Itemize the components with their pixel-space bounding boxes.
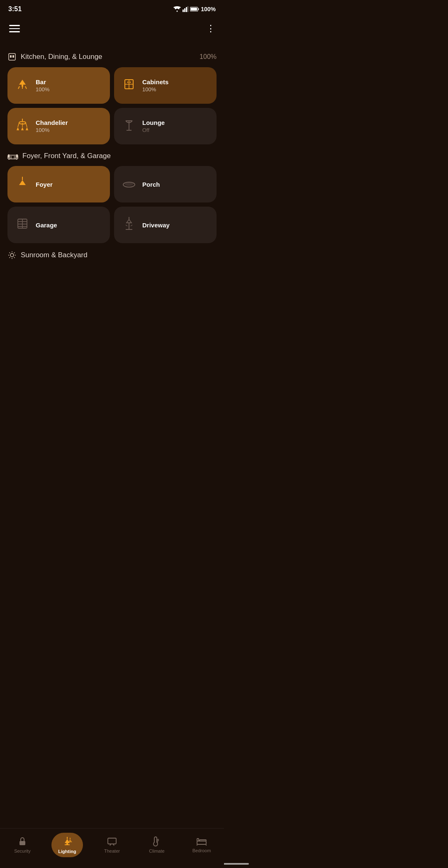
svg-marker-10 bbox=[19, 80, 26, 85]
kitchen-cards-grid: Bar 100% Cabinets 100% bbox=[7, 67, 217, 144]
svg-rect-8 bbox=[10, 55, 12, 58]
svg-line-24 bbox=[26, 123, 27, 127]
cabinets-card-status: 100% bbox=[142, 86, 168, 93]
svg-rect-3 bbox=[187, 6, 188, 12]
driveway-light-icon bbox=[123, 217, 135, 230]
signal-icon bbox=[183, 6, 188, 12]
section-kitchen: Kitchen, Dining, & Lounge 100% Bar bbox=[7, 52, 217, 144]
top-bar: ⋮ bbox=[0, 17, 224, 41]
garage-card-name: Garage bbox=[36, 222, 57, 229]
card-foyer[interactable]: Foyer bbox=[7, 166, 110, 202]
bar-card-info: Bar 100% bbox=[36, 78, 49, 93]
svg-rect-0 bbox=[183, 10, 184, 12]
card-chandelier[interactable]: Chandelier 100% bbox=[7, 108, 110, 144]
section-foyer-title: Foyer, Front Yard, & Garage bbox=[22, 152, 111, 160]
porch-light-icon bbox=[122, 180, 136, 188]
card-cabinets[interactable]: Cabinets 100% bbox=[114, 67, 217, 104]
status-time: 3:51 bbox=[8, 5, 22, 13]
card-bar[interactable]: Bar 100% bbox=[7, 67, 110, 104]
section-foyer-header: Foyer, Front Yard, & Garage bbox=[7, 152, 217, 160]
section-sunroom-title: Sunroom & Backyard bbox=[21, 251, 88, 259]
svg-line-22 bbox=[18, 123, 19, 127]
section-kitchen-header: Kitchen, Dining, & Lounge 100% bbox=[7, 52, 217, 61]
svg-rect-5 bbox=[191, 8, 197, 11]
svg-rect-35 bbox=[16, 154, 18, 158]
driveway-card-name: Driveway bbox=[142, 222, 170, 229]
hamburger-line1 bbox=[9, 25, 20, 26]
svg-point-41 bbox=[125, 183, 133, 186]
svg-line-58 bbox=[10, 253, 10, 254]
svg-line-52 bbox=[131, 225, 132, 226]
svg-rect-6 bbox=[198, 8, 199, 10]
lounge-card-info: Lounge Off bbox=[142, 119, 165, 133]
foyer-cards-grid: Foyer Porch bbox=[7, 166, 217, 243]
svg-marker-26 bbox=[21, 127, 24, 130]
svg-line-60 bbox=[14, 253, 15, 254]
sunroom-icon bbox=[7, 251, 17, 260]
card-lounge[interactable]: Lounge Off bbox=[114, 108, 217, 144]
section-sunroom-title-group: Sunroom & Backyard bbox=[7, 251, 88, 260]
more-options-button[interactable]: ⋮ bbox=[206, 23, 215, 34]
driveway-card-info: Driveway bbox=[142, 222, 170, 229]
svg-rect-1 bbox=[184, 8, 185, 12]
svg-point-53 bbox=[10, 254, 14, 257]
svg-marker-25 bbox=[17, 127, 19, 130]
cabinet-light-icon bbox=[123, 78, 135, 90]
section-foyer-title-group: Foyer, Front Yard, & Garage bbox=[7, 152, 111, 160]
cabinets-card-info: Cabinets 100% bbox=[142, 78, 168, 93]
porch-card-name: Porch bbox=[142, 181, 160, 188]
menu-button[interactable] bbox=[9, 25, 20, 32]
svg-line-59 bbox=[14, 257, 15, 258]
foyer-card-info: Foyer bbox=[36, 181, 53, 188]
cabinets-card-name: Cabinets bbox=[142, 78, 168, 85]
chandelier-card-name: Chandelier bbox=[36, 119, 68, 126]
garage-icon bbox=[16, 217, 29, 230]
battery-percent: 100% bbox=[201, 6, 216, 12]
svg-point-19 bbox=[130, 81, 131, 83]
ceiling-light-icon bbox=[16, 78, 29, 90]
svg-line-14 bbox=[25, 86, 27, 89]
chandelier-icon bbox=[16, 119, 29, 131]
wifi-icon bbox=[173, 6, 181, 12]
lounge-card-name: Lounge bbox=[142, 119, 165, 126]
main-content: Kitchen, Dining, & Lounge 100% Bar bbox=[0, 41, 224, 315]
porch-card-info: Porch bbox=[142, 181, 160, 188]
bar-card-status: 100% bbox=[36, 86, 49, 93]
svg-line-61 bbox=[10, 257, 10, 258]
svg-line-12 bbox=[18, 86, 19, 89]
card-driveway[interactable]: Driveway bbox=[114, 207, 217, 243]
svg-rect-2 bbox=[186, 7, 187, 12]
svg-marker-48 bbox=[127, 219, 131, 223]
hamburger-line3 bbox=[9, 31, 20, 32]
hamburger-line2 bbox=[9, 28, 20, 29]
chandelier-card-info: Chandelier 100% bbox=[36, 119, 68, 133]
section-foyer: Foyer, Front Yard, & Garage Foyer bbox=[7, 152, 217, 243]
svg-marker-39 bbox=[19, 180, 26, 185]
section-kitchen-percent: 100% bbox=[200, 53, 217, 61]
svg-marker-27 bbox=[26, 127, 28, 130]
section-sunroom-header: Sunroom & Backyard bbox=[7, 251, 217, 260]
svg-rect-9 bbox=[12, 55, 14, 58]
pendant-light-icon bbox=[17, 177, 28, 189]
kitchen-icon bbox=[7, 52, 17, 61]
card-porch[interactable]: Porch bbox=[114, 166, 217, 202]
floor-lamp-icon bbox=[123, 119, 135, 131]
section-kitchen-title-group: Kitchen, Dining, & Lounge bbox=[7, 52, 102, 61]
status-bar: 3:51 100% bbox=[0, 0, 224, 17]
battery-icon bbox=[190, 7, 199, 12]
garage-card-info: Garage bbox=[36, 222, 57, 229]
foyer-card-name: Foyer bbox=[36, 181, 53, 188]
bar-card-name: Bar bbox=[36, 78, 49, 85]
svg-rect-7 bbox=[9, 54, 15, 60]
section-sunroom: Sunroom & Backyard bbox=[7, 251, 217, 260]
sofa-icon bbox=[7, 152, 18, 160]
status-icons: 100% bbox=[173, 6, 216, 12]
svg-point-18 bbox=[127, 81, 129, 83]
svg-line-51 bbox=[126, 225, 127, 226]
svg-rect-34 bbox=[8, 154, 10, 158]
section-kitchen-title: Kitchen, Dining, & Lounge bbox=[21, 53, 102, 61]
lounge-card-status: Off bbox=[142, 127, 165, 133]
chandelier-card-status: 100% bbox=[36, 127, 68, 133]
card-garage[interactable]: Garage bbox=[7, 207, 110, 243]
